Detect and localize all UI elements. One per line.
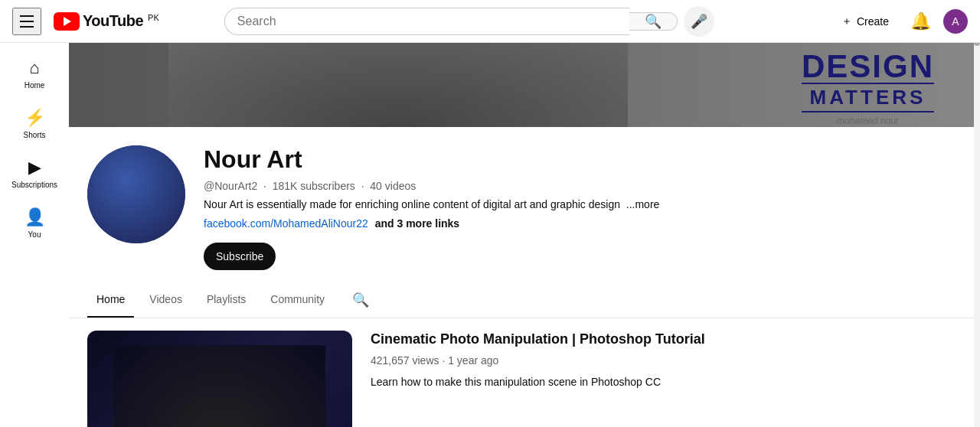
subscriptions-icon: ▶: [28, 158, 41, 178]
channel-avatar-image: [87, 145, 185, 243]
tab-playlists[interactable]: Playlists: [198, 282, 255, 318]
banner-design-text: DESIGN: [802, 51, 934, 83]
search-button[interactable]: 🔍: [629, 12, 678, 31]
tab-home[interactable]: Home: [87, 282, 134, 318]
video-info: Cinematic Photo Manipulation | Photoshop…: [371, 331, 962, 427]
youtube-logo[interactable]: YouTubePK: [54, 12, 159, 31]
channel-handle: @NourArt2: [204, 180, 257, 192]
channel-name: Nour Art: [204, 145, 962, 174]
user-avatar[interactable]: A: [943, 9, 968, 34]
channel-tabs: Home Videos Playlists Community 🔍: [69, 282, 980, 318]
banner-tagline: live so you imagine: [802, 126, 934, 127]
sidebar-label-shorts: Shorts: [24, 131, 46, 139]
sidebar-item-you[interactable]: 👤 You: [0, 198, 69, 248]
video-thumbnail[interactable]: [87, 331, 352, 427]
channel-description: Nour Art is essentially made for enrichi…: [204, 198, 962, 210]
youtube-pk-label: PK: [148, 13, 159, 22]
sidebar-item-home[interactable]: ⌂ Home: [0, 49, 69, 99]
menu-button[interactable]: [12, 8, 41, 35]
channel-meta: @NourArt2 · 181K subscribers · 40 videos: [204, 180, 962, 192]
channel-info: Nour Art @NourArt2 · 181K subscribers · …: [69, 127, 980, 270]
scrollbar[interactable]: [974, 0, 980, 427]
mic-button[interactable]: 🎤: [684, 6, 714, 37]
tab-community[interactable]: Community: [261, 282, 334, 318]
subscribe-button[interactable]: Subscribe: [204, 243, 276, 270]
video-meta: 421,657 views · 1 year ago: [371, 354, 962, 367]
banner-matters-text: MATTERS: [802, 83, 934, 112]
sidebar-label-home: Home: [24, 81, 45, 90]
create-label: Create: [857, 15, 889, 28]
channel-banner: DESIGN MATTERS mohamed nour live so you …: [69, 43, 980, 127]
create-button[interactable]: ＋ Create: [832, 8, 898, 34]
search-icon: 🔍: [645, 13, 662, 30]
banner-text: DESIGN MATTERS mohamed nour live so you …: [802, 51, 934, 127]
channel-videos: 40 videos: [370, 180, 416, 192]
home-icon: ⌂: [29, 58, 39, 78]
channel-description-text: Nour Art is essentially made for enrichi…: [204, 198, 620, 210]
channel-links-more[interactable]: and 3 more links: [375, 217, 459, 230]
channel-search-icon: 🔍: [352, 292, 369, 308]
header: YouTubePK 🔍 🎤 ＋ Create 🔔 A: [0, 0, 980, 43]
notifications-button[interactable]: 🔔: [904, 5, 937, 37]
channel-search-button[interactable]: 🔍: [346, 285, 375, 315]
sidebar-item-shorts[interactable]: ⚡ Shorts: [0, 99, 69, 148]
main-content: DESIGN MATTERS mohamed nour live so you …: [69, 43, 980, 427]
youtube-play-icon: [54, 12, 80, 31]
header-right: ＋ Create 🔔 A: [832, 5, 968, 37]
channel-more-button[interactable]: ...more: [626, 198, 660, 210]
shorts-icon: ⚡: [24, 108, 45, 128]
search-input[interactable]: [224, 8, 629, 35]
video-section: Cinematic Photo Manipulation | Photoshop…: [69, 318, 980, 427]
channel-subscribers: 181K subscribers: [273, 180, 355, 192]
sidebar-label-subscriptions: Subscriptions: [11, 181, 57, 189]
channel-details: Nour Art @NourArt2 · 181K subscribers · …: [204, 145, 962, 270]
bell-icon: 🔔: [910, 11, 931, 31]
video-title[interactable]: Cinematic Photo Manipulation | Photoshop…: [371, 331, 962, 348]
mic-icon: 🎤: [691, 13, 707, 30]
plus-icon: ＋: [841, 15, 852, 28]
sidebar-item-subscriptions[interactable]: ▶ Subscriptions: [0, 148, 69, 198]
youtube-text: YouTube: [83, 12, 143, 30]
video-description: Learn how to make this manipulation scen…: [371, 376, 962, 388]
you-icon: 👤: [24, 207, 45, 227]
search-area: 🔍 🎤: [224, 6, 714, 37]
video-thumbnail-image: [87, 331, 352, 427]
sidebar-label-you: You: [28, 230, 41, 239]
header-left: YouTubePK: [12, 8, 159, 35]
tab-videos[interactable]: Videos: [140, 282, 191, 318]
sidebar: ⌂ Home ⚡ Shorts ▶ Subscriptions 👤 You: [0, 43, 69, 427]
channel-avatar: [87, 145, 185, 243]
channel-link-facebook[interactable]: facebook.com/MohamedAliNour22: [204, 217, 368, 230]
banner-signature: mohamed nour: [802, 116, 934, 126]
banner-background: DESIGN MATTERS mohamed nour live so you …: [69, 43, 980, 127]
channel-links: facebook.com/MohamedAliNour22 and 3 more…: [204, 217, 962, 230]
